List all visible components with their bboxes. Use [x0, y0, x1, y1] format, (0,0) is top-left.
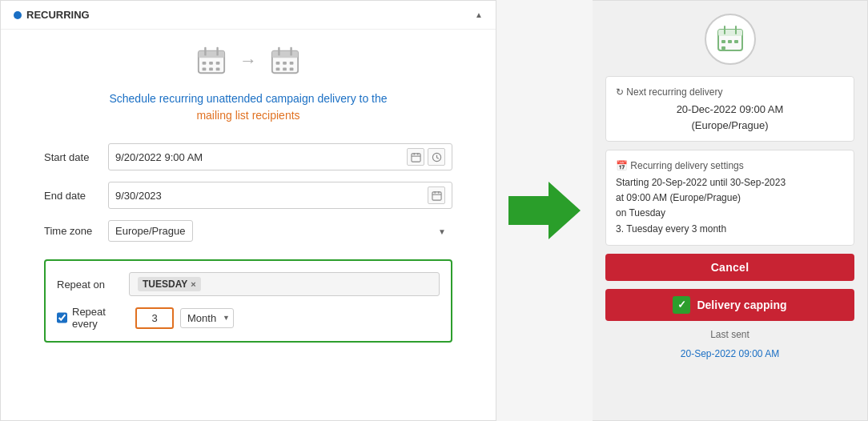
- svg-rect-14: [276, 62, 280, 65]
- panel-header: RECURRING ▲: [1, 1, 496, 30]
- month-select[interactable]: Month Week Day: [180, 308, 234, 328]
- cancel-button[interactable]: Cancel: [605, 254, 854, 281]
- end-calendar-picker-icon[interactable]: [428, 186, 445, 204]
- start-date-icons: [407, 148, 445, 166]
- start-date-label: Start date: [44, 151, 108, 163]
- svg-rect-19: [290, 68, 294, 71]
- collapse-arrow-icon[interactable]: ▲: [475, 10, 483, 19]
- check-badge-icon: ✓: [673, 296, 690, 314]
- schedule-text: Schedule recurring unattended campaign d…: [109, 90, 387, 124]
- svg-rect-6: [216, 62, 220, 65]
- svg-rect-35: [721, 40, 725, 43]
- start-date-value: 9/20/2022 9:00 AM: [115, 151, 203, 163]
- svg-rect-8: [209, 68, 213, 71]
- repeat-section: Repeat on TUESDAY × Repeat every 3: [44, 259, 452, 343]
- start-date-input[interactable]: 9/20/2022 9:00 AM: [108, 143, 452, 170]
- cal-circle-icon: [705, 14, 756, 65]
- timezone-select-wrapper: Europe/Prague: [108, 220, 452, 242]
- svg-rect-16: [290, 62, 294, 65]
- svg-rect-11: [272, 51, 298, 58]
- svg-rect-18: [283, 68, 287, 71]
- calendar-start-icon: [196, 46, 227, 76]
- svg-rect-17: [276, 68, 280, 71]
- panel-body: → Schedule recurring unattended campaign…: [1, 30, 496, 420]
- panel-title-text: RECURRING: [26, 9, 90, 21]
- last-sent-value: 20-Sep-2022 09:00 AM: [681, 348, 779, 359]
- start-date-row: Start date 9/20/2022 9:00 AM: [44, 143, 452, 170]
- end-date-label: End date: [44, 190, 108, 202]
- tag-remove-icon[interactable]: ×: [191, 279, 195, 289]
- delivery-settings-box: 📅 Recurring delivery settings Starting 2…: [605, 150, 854, 246]
- delivery-capping-label: Delivery capping: [697, 299, 786, 311]
- svg-rect-4: [203, 62, 207, 65]
- repeat-every-checkbox-label[interactable]: Repeat every: [57, 306, 129, 330]
- repeat-on-label: Repeat on: [57, 279, 129, 291]
- svg-rect-20: [411, 153, 420, 161]
- arrow-right-icon: →: [239, 50, 257, 71]
- next-delivery-header-text: ↻ Next recurring delivery: [616, 85, 722, 99]
- tag-value: TUESDAY: [143, 279, 187, 290]
- repeat-every-row: Repeat every 3 Month Week Day: [57, 306, 440, 330]
- calendar-picker-icon[interactable]: [407, 148, 424, 166]
- svg-line-26: [436, 157, 438, 158]
- repeat-every-number-input[interactable]: 3: [135, 307, 174, 329]
- form-section: Start date 9/20/2022 9:00 AM End date: [44, 143, 452, 253]
- arrow-shape: [508, 182, 581, 239]
- repeat-every-label: Repeat every: [72, 306, 129, 330]
- svg-rect-5: [209, 62, 213, 65]
- calendar-end-icon: [270, 46, 300, 76]
- timezone-row: Time zone Europe/Prague: [44, 220, 452, 242]
- next-delivery-box: ↻ Next recurring delivery 20-Dec-2022 09…: [605, 76, 854, 142]
- svg-rect-9: [216, 68, 220, 71]
- svg-rect-37: [734, 40, 738, 43]
- month-select-wrapper: Month Week Day: [180, 308, 234, 328]
- timezone-select[interactable]: Europe/Prague: [108, 220, 193, 242]
- middle-arrow: [496, 0, 593, 421]
- tuesday-tag[interactable]: TUESDAY ×: [138, 277, 201, 291]
- next-delivery-date: 20-Dec-2022 09:00 AM (Europe/Prague): [616, 102, 844, 133]
- svg-rect-7: [203, 68, 207, 71]
- delivery-settings-header-text: 📅 Recurring delivery settings: [616, 158, 744, 173]
- schedule-text-orange: mailing list recipients: [196, 109, 299, 122]
- svg-rect-15: [283, 62, 287, 65]
- repeat-every-checkbox[interactable]: [57, 312, 67, 323]
- calendar-row: →: [196, 46, 300, 76]
- panel-title: RECURRING: [14, 9, 90, 21]
- end-date-row: End date 9/30/2023: [44, 182, 452, 209]
- svg-rect-38: [721, 46, 725, 50]
- end-date-input[interactable]: 9/30/2023: [108, 182, 452, 209]
- svg-rect-32: [718, 30, 742, 36]
- last-sent-label: Last sent: [710, 329, 749, 340]
- end-date-value: 9/30/2023: [115, 190, 162, 202]
- left-panel: RECURRING ▲ →: [0, 0, 496, 421]
- cal-circle-svg: [716, 25, 745, 54]
- repeat-on-row: Repeat on TUESDAY ×: [57, 272, 440, 296]
- right-panel: ↻ Next recurring delivery 20-Dec-2022 09…: [593, 0, 868, 421]
- blue-dot-icon: [14, 11, 22, 19]
- svg-rect-27: [432, 191, 440, 199]
- svg-rect-36: [728, 40, 732, 43]
- delivery-capping-button[interactable]: ✓ Delivery capping: [605, 289, 854, 321]
- delivery-settings-header: 📅 Recurring delivery settings: [616, 158, 844, 173]
- next-delivery-header: ↻ Next recurring delivery: [616, 85, 844, 99]
- delivery-settings-detail: Starting 20-Sep-2022 until 30-Sep-2023 a…: [616, 175, 844, 237]
- arrow-head: [549, 182, 581, 239]
- repeat-on-input[interactable]: TUESDAY ×: [129, 272, 440, 296]
- arrow-body: [508, 196, 549, 225]
- svg-rect-1: [199, 51, 224, 58]
- time-picker-icon[interactable]: [428, 148, 445, 166]
- end-date-icons: [428, 186, 445, 204]
- schedule-text-blue: Schedule recurring unattended campaign d…: [109, 92, 387, 105]
- timezone-label: Time zone: [44, 225, 108, 237]
